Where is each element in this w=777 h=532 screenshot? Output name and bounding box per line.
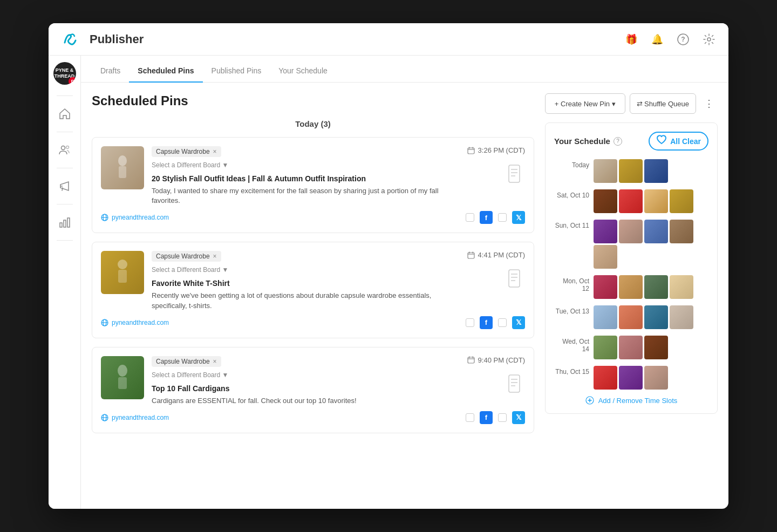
pin-url-text: pyneandthread.com bbox=[112, 319, 169, 326]
schedule-thumbnail[interactable] bbox=[670, 305, 693, 329]
twitter-check[interactable] bbox=[498, 413, 507, 422]
schedule-thumbnail[interactable] bbox=[619, 220, 643, 243]
schedule-thumbnail[interactable] bbox=[594, 366, 617, 390]
facebook-icon[interactable]: f bbox=[480, 211, 493, 224]
all-clear-button[interactable]: All Clear bbox=[649, 132, 708, 151]
pin-description: Cardigans are ESSENTIAL for fall. Check … bbox=[152, 396, 462, 406]
sidebar-item-campaigns[interactable] bbox=[53, 175, 76, 197]
schedule-row: Today bbox=[554, 159, 708, 183]
pin-edit-button[interactable] bbox=[503, 262, 525, 295]
day-header: Today (3) bbox=[92, 119, 534, 128]
schedule-thumbnail[interactable] bbox=[594, 159, 617, 183]
pin-time: 4:41 PM (CDT) bbox=[467, 251, 525, 259]
schedule-thumbnail[interactable] bbox=[644, 189, 668, 213]
schedule-thumbnail[interactable] bbox=[644, 366, 668, 390]
schedule-row: Mon, Oct 12 bbox=[554, 275, 708, 299]
shuffle-queue-button[interactable]: ⇄ Shuffle Queue bbox=[630, 93, 697, 114]
tab-published-pins[interactable]: Published Pins bbox=[203, 66, 270, 83]
schedule-thumbnails bbox=[594, 305, 708, 329]
sidebar-divider-2 bbox=[57, 132, 73, 132]
settings-icon[interactable] bbox=[700, 31, 718, 48]
schedule-thumbnail[interactable] bbox=[619, 159, 643, 183]
pin-thumbnail bbox=[101, 146, 144, 189]
twitter-icon[interactable]: 𝕏 bbox=[512, 316, 525, 329]
sidebar-divider-5 bbox=[57, 240, 73, 241]
svg-point-4 bbox=[66, 146, 69, 149]
sidebar-divider-4 bbox=[57, 204, 73, 204]
remove-board-tag[interactable]: × bbox=[213, 148, 217, 155]
twitter-check[interactable] bbox=[498, 213, 507, 222]
schedule-thumbnail[interactable] bbox=[594, 305, 617, 329]
schedule-thumbnail[interactable] bbox=[594, 189, 617, 213]
tab-drafts[interactable]: Drafts bbox=[92, 66, 129, 83]
schedule-thumbnail[interactable] bbox=[594, 275, 617, 299]
twitter-icon[interactable]: 𝕏 bbox=[512, 211, 525, 224]
facebook-check[interactable] bbox=[466, 213, 474, 222]
sidebar-item-users[interactable] bbox=[53, 139, 76, 161]
sidebar: PYNE &THREAD P bbox=[49, 56, 81, 509]
twitter-check[interactable] bbox=[498, 318, 507, 327]
pin-edit-button[interactable] bbox=[503, 158, 525, 190]
right-panel: + Create New Pin ▾ ⇄ Shuffle Queue ⋮ You… bbox=[545, 93, 718, 498]
schedule-thumbnails bbox=[594, 220, 708, 269]
remove-board-tag[interactable]: × bbox=[213, 358, 217, 365]
twitter-icon[interactable]: 𝕏 bbox=[512, 411, 525, 424]
schedule-thumbnail[interactable] bbox=[594, 245, 617, 269]
schedule-thumbnail[interactable] bbox=[644, 305, 668, 329]
schedule-row: Tue, Oct 13 bbox=[554, 305, 708, 329]
all-clear-label: All Clear bbox=[670, 137, 701, 146]
help-icon[interactable]: ? bbox=[674, 31, 692, 48]
svg-rect-22 bbox=[468, 253, 474, 258]
pin-bottom-row: pyneandthread.com f 𝕏 bbox=[101, 211, 525, 224]
schedule-thumbnail[interactable] bbox=[619, 275, 643, 299]
facebook-icon[interactable]: f bbox=[480, 411, 493, 424]
schedule-date: Wed, Oct 14 bbox=[554, 336, 589, 353]
create-pin-button[interactable]: + Create New Pin ▾ bbox=[545, 93, 625, 114]
pin-url-text: pyneandthread.com bbox=[112, 414, 169, 421]
pin-edit-button[interactable] bbox=[503, 367, 525, 400]
tab-your-schedule[interactable]: Your Schedule bbox=[270, 66, 336, 83]
tab-bar: Drafts Scheduled Pins Published Pins You… bbox=[81, 56, 728, 83]
more-options-button[interactable]: ⋮ bbox=[700, 95, 718, 112]
pin-time: 3:26 PM (CDT) bbox=[467, 146, 525, 154]
schedule-date: Sun, Oct 11 bbox=[554, 220, 589, 229]
schedule-thumbnail[interactable] bbox=[670, 189, 693, 213]
add-time-slots-button[interactable]: Add / Remove Time Slots bbox=[554, 396, 708, 405]
pin-board-select[interactable]: Select a Different Board ▼ bbox=[152, 371, 462, 379]
svg-rect-10 bbox=[468, 148, 474, 154]
gift-icon[interactable]: 🎁 bbox=[623, 31, 640, 48]
schedule-thumbnail[interactable] bbox=[644, 220, 668, 243]
svg-rect-5 bbox=[60, 223, 62, 227]
schedule-help-icon[interactable]: ? bbox=[614, 137, 622, 146]
facebook-check[interactable] bbox=[466, 413, 474, 422]
pin-board-select[interactable]: Select a Different Board ▼ bbox=[152, 266, 462, 274]
schedule-thumbnail[interactable] bbox=[619, 305, 643, 329]
facebook-icon[interactable]: f bbox=[480, 316, 493, 329]
facebook-check[interactable] bbox=[466, 318, 474, 327]
schedule-thumbnail[interactable] bbox=[594, 336, 617, 359]
schedule-thumbnail[interactable] bbox=[644, 159, 668, 183]
schedule-thumbnail[interactable] bbox=[670, 275, 693, 299]
svg-rect-12 bbox=[472, 147, 473, 148]
remove-board-tag[interactable]: × bbox=[213, 253, 217, 260]
pin-url-text: pyneandthread.com bbox=[112, 214, 169, 221]
schedule-thumbnail[interactable] bbox=[670, 220, 693, 243]
pin-board-select[interactable]: Select a Different Board ▼ bbox=[152, 161, 462, 169]
schedule-row: Thu, Oct 15 bbox=[554, 366, 708, 390]
avatar[interactable]: PYNE &THREAD P bbox=[53, 62, 76, 85]
tab-scheduled-pins[interactable]: Scheduled Pins bbox=[129, 66, 202, 83]
schedule-thumbnail[interactable] bbox=[619, 336, 643, 359]
pin-url: pyneandthread.com bbox=[101, 214, 169, 221]
schedule-thumbnail[interactable] bbox=[644, 336, 668, 359]
sidebar-item-home[interactable] bbox=[53, 103, 76, 125]
svg-point-8 bbox=[118, 155, 127, 166]
schedule-thumbnail[interactable] bbox=[619, 366, 643, 390]
pin-time: 9:40 PM (CDT) bbox=[467, 356, 525, 364]
schedule-thumbnail[interactable] bbox=[644, 275, 668, 299]
schedule-thumbnail[interactable] bbox=[619, 189, 643, 213]
schedule-thumbnail[interactable] bbox=[594, 220, 617, 243]
sidebar-item-analytics[interactable] bbox=[53, 211, 76, 234]
bell-icon[interactable]: 🔔 bbox=[649, 31, 666, 48]
sidebar-divider-3 bbox=[57, 168, 73, 168]
svg-rect-6 bbox=[64, 220, 66, 227]
